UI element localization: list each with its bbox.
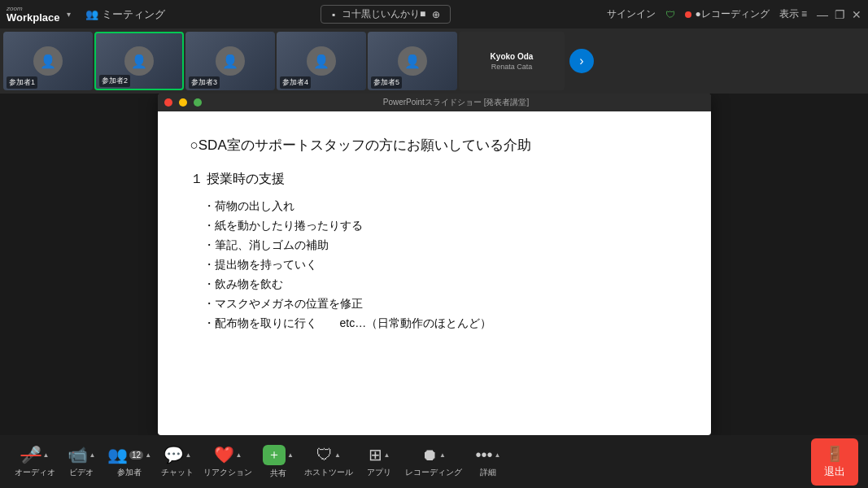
exit-label: 退出 [824, 464, 845, 479]
signin-button[interactable]: サインイン [607, 7, 656, 21]
audio-label: オーディオ [15, 467, 55, 478]
host-icon-container: 🛡 ▲ [316, 446, 341, 464]
share-icon-container: ＋ ▲ [263, 445, 294, 465]
participant-name-5: 参加者5 [371, 76, 402, 89]
meeting-icon: 👥 [85, 8, 98, 20]
list-item-0: ・荷物の出し入れ [190, 199, 678, 214]
microphone-icon: 🎤 [21, 445, 41, 464]
chat-label: チャット [161, 467, 194, 478]
more-label: 詳細 [480, 467, 496, 478]
chat-icon: 💬 [164, 445, 184, 464]
app-dropdown[interactable]: ▾ [67, 10, 71, 19]
host-label: ホストツール [304, 467, 353, 478]
next-participant-button[interactable]: › [569, 49, 594, 73]
slide-dot-green [194, 98, 202, 107]
participants-icon: 👥 [107, 445, 128, 464]
participant-name-4: 参加者4 [280, 76, 311, 89]
avatar-5: 👤 [398, 46, 427, 76]
avatar-2: 👤 [124, 46, 154, 76]
window-controls: — ❐ ✕ [817, 8, 861, 21]
apps-icon: ⊞ [369, 445, 382, 464]
zoom-logo: zoom Workplace [7, 6, 60, 23]
participants-button[interactable]: 👥 12 ▲ 参加者 [103, 442, 156, 481]
participants-count: 12 [129, 451, 143, 460]
audio-button[interactable]: 🎤 ▲ オーディオ [10, 442, 60, 481]
workplace-brand: Workplace [7, 12, 60, 23]
share-label: 共有 [270, 468, 286, 479]
share-button[interactable]: ＋ ▲ 共有 [257, 442, 299, 482]
titlebar-left: zoom Workplace ▾ 👥 ミーティング [7, 6, 165, 23]
recording-icon-container: ⏺ ▲ [421, 446, 446, 464]
recording-indicator: ●レコーディング [685, 7, 769, 21]
participant-thumb-5[interactable]: 👤 参加者5 [368, 32, 457, 90]
list-item-5: ・マスクやメガネの位置を修正 [190, 297, 678, 312]
rec-dot [685, 11, 691, 18]
avatar-1: 👤 [33, 46, 63, 76]
reaction-icon: ❤️ [214, 445, 234, 464]
more-icon: ••• [476, 446, 493, 464]
participant-thumb-2[interactable]: 👤 参加者2 [94, 32, 184, 90]
title-expand[interactable]: ⊕ [432, 9, 440, 20]
apps-button[interactable]: ⊞ ▲ アプリ [358, 442, 400, 481]
video-label: ビデオ [69, 467, 94, 478]
slide-content: ○SDA室のサポートスタッフの方にお願いしている介助 １ 授業時の支援 ・荷物の… [158, 111, 711, 435]
minimize-button[interactable]: — [817, 8, 828, 21]
slide-heading: ○SDA室のサポートスタッフの方にお願いしている介助 [190, 136, 678, 155]
exit-button[interactable]: 🚪 退出 [811, 438, 858, 486]
titlebar-right: サインイン 🛡 ●レコーディング 表示 ≡ — ❐ ✕ [607, 7, 861, 21]
more-icon-container: ••• ▲ [476, 446, 501, 464]
slide-dot-yellow [179, 98, 187, 107]
recording-button[interactable]: ⏺ ▲ レコーディング [400, 442, 467, 481]
more-button[interactable]: ••• ▲ 詳細 [467, 442, 509, 481]
toolbar: 🎤 ▲ オーディオ 📹 ▲ ビデオ 👥 12 ▲ 参加者 💬 ▲ チャット ❤️ [0, 435, 868, 488]
slide-container: PowerPointスライドショー [発表者講堂] ○SDA室のサポートスタッフ… [158, 94, 711, 435]
info-name-sub: Renata Cata [491, 63, 533, 71]
recording-label: レコーディング [405, 467, 462, 478]
apps-icon-container: ⊞ ▲ [369, 445, 390, 464]
participant-strip: 👤 参加者1 👤 参加者2 👤 参加者3 👤 参加者4 👤 参加者5 Kyoko… [0, 28, 868, 94]
avatar-4: 👤 [307, 46, 336, 76]
title-text: コ十黒じいんかり■ [342, 7, 425, 21]
shield-icon: 🛡 [665, 9, 675, 20]
list-item-4: ・飲み物を飲む [190, 277, 678, 292]
meeting-label: ミーティング [102, 7, 165, 22]
participant-thumb-3[interactable]: 👤 参加者3 [185, 32, 275, 90]
meeting-tab[interactable]: 👥 ミーティング [85, 7, 165, 22]
exit-icon: 🚪 [826, 445, 844, 463]
list-item-2: ・筆記、消しゴムの補助 [190, 238, 678, 253]
audio-icon: 🎤 ▲ [21, 445, 50, 464]
participants-label: 参加者 [117, 467, 142, 478]
info-name-main: Kyoko Oda [491, 52, 534, 61]
participant-name-1: 参加者1 [7, 76, 37, 89]
restore-button[interactable]: ❐ [835, 8, 845, 21]
record-icon: ⏺ [421, 446, 438, 464]
list-item-1: ・紙を動かしたり捲ったりする [190, 219, 678, 233]
reaction-label: リアクション [203, 467, 252, 478]
video-button[interactable]: 📹 ▲ ビデオ [60, 442, 103, 481]
slide-titlebar: PowerPointスライドショー [発表者講堂] [158, 94, 711, 111]
chat-button[interactable]: 💬 ▲ チャット [156, 442, 198, 481]
reaction-icon-container: ❤️ ▲ [214, 445, 242, 464]
video-icon-container: 📹 ▲ [68, 445, 96, 464]
title-icon: ▪ [332, 9, 335, 20]
participant-name-3: 参加者3 [189, 76, 220, 89]
display-button[interactable]: 表示 ≡ [779, 7, 807, 21]
reaction-button[interactable]: ❤️ ▲ リアクション [198, 442, 257, 481]
avatar-3: 👤 [216, 46, 245, 76]
close-button[interactable]: ✕ [852, 8, 861, 21]
participant-thumb-1[interactable]: 👤 参加者1 [3, 32, 93, 90]
security-indicator: 🛡 [665, 9, 675, 20]
participant-thumb-4[interactable]: 👤 参加者4 [277, 32, 366, 90]
participants-icon-container: 👥 12 ▲ [107, 445, 151, 464]
host-icon: 🛡 [316, 446, 333, 464]
apps-label: アプリ [367, 467, 391, 478]
host-tools-button[interactable]: 🛡 ▲ ホストツール [299, 442, 358, 481]
chat-icon-container: 💬 ▲ [164, 445, 192, 464]
camera-icon: 📹 [68, 445, 88, 464]
titlebar: zoom Workplace ▾ 👥 ミーティング ▪ コ十黒じいんかり■ ⊕ … [0, 0, 868, 28]
share-icon: ＋ [263, 445, 286, 465]
slide-section: １ 授業時の支援 [190, 171, 678, 188]
list-item-3: ・提出物を持っていく [190, 258, 678, 272]
slide-list: ・荷物の出し入れ ・紙を動かしたり捲ったりする ・筆記、消しゴムの補助 ・提出物… [190, 199, 678, 331]
main-area: PowerPointスライドショー [発表者講堂] ○SDA室のサポートスタッフ… [0, 94, 868, 435]
